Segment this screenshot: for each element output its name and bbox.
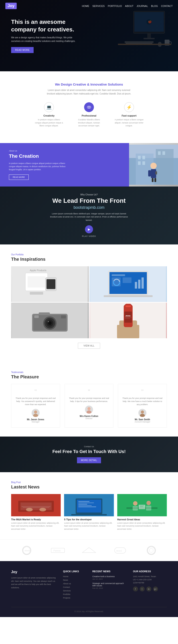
quote-icon-3: "	[121, 389, 164, 395]
footer-link-about[interactable]: About us	[63, 582, 86, 585]
svg-rect-2	[147, 34, 151, 38]
feature-fastsupport-title: Fast support	[115, 114, 144, 117]
testimonial-3: " Thank you for your prompt response and…	[118, 384, 167, 428]
blog-image-2	[64, 494, 114, 516]
about-cta-button[interactable]: READ MORE	[9, 174, 29, 180]
about-image	[129, 143, 178, 186]
about-label: About Us	[9, 150, 120, 152]
about-content: About Us The Creation In pretium neque a…	[0, 143, 129, 186]
nav-home[interactable]: HOME	[82, 5, 89, 7]
quote-icon-1: "	[14, 389, 57, 395]
svg-rect-69	[125, 318, 130, 318]
svg-rect-64	[126, 304, 131, 307]
svg-text:🍎: 🍎	[148, 20, 152, 24]
nav-logo[interactable]: Joy	[5, 3, 17, 9]
feature-professional-desc: Curabitur blandit a libero tincidunt ali…	[75, 118, 103, 128]
feature-professional: Professional Curabitur blandit a libero …	[75, 102, 103, 134]
why-description: Lorem ipsum commodo libero eleifend quis…	[50, 212, 128, 222]
footer-link-portfolio[interactable]: Portfolio	[63, 593, 86, 596]
svg-rect-45	[142, 278, 144, 288]
nav-services[interactable]: SERVICES	[92, 5, 105, 7]
svg-rect-29	[155, 171, 157, 174]
svg-rect-46	[104, 295, 153, 297]
nav-links: HOME SERVICES PORTFOLIO ABOUT JOURNAL BL…	[82, 5, 173, 7]
footer-address-line1: 1441 Arnold Street, Texan	[133, 575, 167, 578]
svg-point-80	[39, 508, 46, 512]
footer-quick-links: Quick Links Home News About us Contact S…	[63, 570, 86, 600]
about-photo	[129, 143, 178, 186]
svg-rect-100	[140, 506, 143, 507]
feature-fastsupport: ⚡ Fast support A pretium neque a libero …	[115, 102, 144, 134]
svg-point-56	[48, 321, 49, 322]
svg-text:Brand: Brand	[116, 550, 122, 552]
testimonials-grid: " Thank you for your prompt response and…	[11, 384, 167, 428]
nav-about[interactable]: ABOUT	[125, 5, 134, 7]
view-all-button[interactable]: VIEW ALL	[78, 343, 100, 349]
svg-rect-44	[138, 280, 140, 288]
footer: Joy Lorem ipsum dolor sit amet consectet…	[0, 561, 178, 617]
testimonial-3-role: Account Manager	[121, 421, 164, 423]
portfolio-item-4[interactable]: JRINK	[89, 302, 167, 338]
footer-quicklinks-list: Home News About us Contact Services Port…	[63, 575, 86, 599]
blog-item-1[interactable]: The M&A Market is Ready Lorem ipsum dolo…	[11, 494, 61, 531]
feature-fastsupport-desc: A pretium neque a libero congue aliquet.…	[115, 118, 144, 128]
portfolio-item-2[interactable]	[89, 266, 167, 302]
creativity-icon: 💻	[44, 102, 54, 112]
social-googleplus[interactable]: g+	[153, 586, 158, 592]
play-video-button[interactable]: ▶	[85, 225, 93, 233]
footer-link-news[interactable]: News	[63, 579, 86, 581]
cta-section: Contact Us Feel Free To Get In Touch Wit…	[0, 436, 178, 472]
footer-address: Our Address 1441 Arnold Street, Texan US…	[133, 570, 167, 600]
nav-contact[interactable]: CONTACT	[161, 5, 173, 7]
why-tagline: bootstrapmb.com	[50, 205, 128, 210]
footer-quicklinks-heading: Quick Links	[63, 570, 86, 573]
svg-rect-26	[148, 170, 151, 176]
svg-point-72	[87, 407, 91, 410]
blog-1-headline: Market is Ready	[22, 518, 41, 521]
svg-rect-95	[133, 506, 138, 510]
why-section: Why Choose Us? We Lead From The Front bo…	[0, 186, 178, 244]
footer-link-home[interactable]: Home	[63, 575, 86, 578]
footer-recent-1-title: Creative tools a business	[92, 575, 126, 578]
social-facebook[interactable]: f	[133, 586, 138, 592]
svg-point-74	[141, 410, 144, 414]
copyright-text: © 2019 Joy. All Rights Reserved.	[74, 610, 103, 612]
portfolio-label: Our Portfolio	[11, 253, 167, 256]
blog-item-3[interactable]: Harvest Great Ideas Lorem ipsum dolor si…	[117, 494, 167, 531]
portfolio-item-1[interactable]: Apple Products	[11, 266, 89, 302]
partner-1: BRAND	[19, 546, 34, 554]
footer-address-line2: US +1 444-233-1234	[133, 578, 167, 581]
portfolio-item-3[interactable]	[11, 302, 89, 338]
nav-blog[interactable]: BLOG	[151, 5, 158, 7]
svg-rect-40	[112, 274, 125, 276]
svg-rect-28	[155, 178, 156, 182]
footer-link-services[interactable]: Services	[63, 590, 86, 592]
svg-rect-89	[78, 504, 87, 504]
navigation: Joy HOME SERVICES PORTFOLIO ABOUT JOURNA…	[0, 0, 178, 12]
cta-button[interactable]: MORE DETAIL	[77, 457, 101, 463]
svg-rect-34	[46, 279, 55, 289]
social-twitter[interactable]: t	[140, 586, 145, 592]
svg-rect-81	[21, 506, 50, 507]
social-linkedin[interactable]: in	[146, 586, 151, 592]
portfolio-title: The Inspirations	[11, 257, 167, 262]
blog-item-2[interactable]: 5 Tips for the developer Lorem ipsum dol…	[64, 494, 114, 531]
svg-point-24	[150, 163, 157, 169]
fastsupport-icon: ⚡	[124, 102, 134, 112]
about-section: About Us The Creation In pretium neque a…	[0, 143, 178, 186]
testimonial-1-avatar	[32, 409, 40, 417]
testimonials-label: Testimonials	[11, 371, 167, 374]
svg-rect-18	[138, 156, 141, 159]
blog-label: Blog Post	[11, 481, 167, 484]
features-grid: 💻 Creativity In pretium neque a libero c…	[13, 102, 165, 134]
footer-link-contact[interactable]: Contact	[63, 586, 86, 588]
blog-3-title: Harvest Great Ideas	[117, 518, 167, 521]
partner-4: Brand	[112, 546, 128, 554]
footer-address-heading: Our Address	[133, 570, 167, 573]
svg-rect-97	[146, 506, 151, 510]
hero-cta-button[interactable]: READ MORE	[11, 47, 34, 53]
nav-portfolio[interactable]: PORTFOLIO	[108, 5, 122, 7]
footer-link-projects[interactable]: Projects	[63, 597, 86, 599]
nav-journal[interactable]: JOURNAL	[137, 5, 148, 7]
we-design-section: We Design Creative & Innovative Solution…	[0, 71, 178, 143]
